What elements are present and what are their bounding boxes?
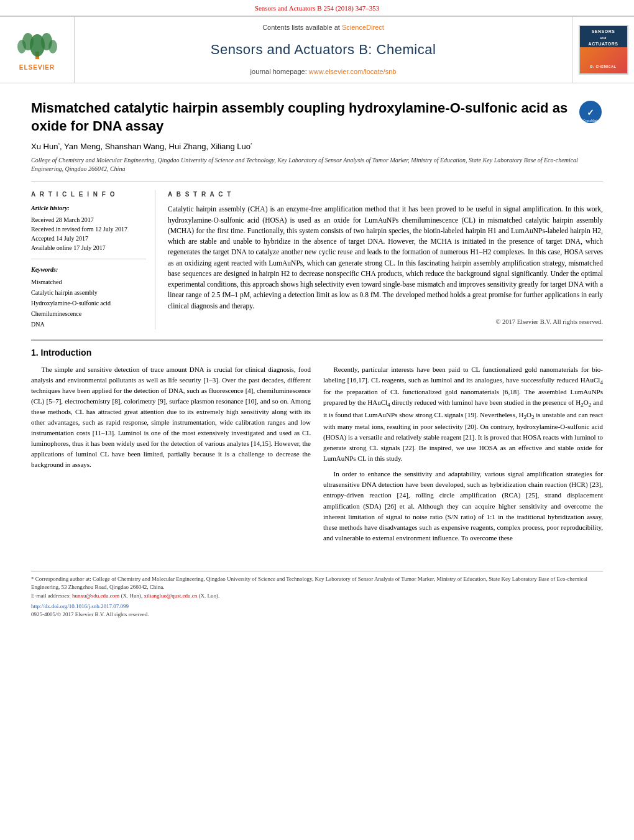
author-hui-zhang: Hui Zhang xyxy=(169,142,206,151)
svg-point-5 xyxy=(48,40,57,53)
footnote-section: * Corresponding author at: College of Ch… xyxy=(31,571,603,619)
email-luo[interactable]: xiliangluo@qust.edu.cn xyxy=(144,593,198,599)
divider-1 xyxy=(31,259,146,259)
citation-text: Sensors and Actuators B 254 (2018) 347–3… xyxy=(255,4,379,12)
article-info-abstract: A R T I C L E I N F O Article history: R… xyxy=(31,190,603,330)
email-luo-name: (X. Luo). xyxy=(199,593,220,599)
sensors-logo-box: SENSORSandACTUATORS B: CHEMICAL xyxy=(579,25,628,75)
issn-line: 0925-4005/© 2017 Elsevier B.V. All right… xyxy=(31,611,603,619)
journal-center: Contents lists available at ScienceDirec… xyxy=(75,17,572,83)
article-history-label: Article history: xyxy=(31,204,146,213)
introduction-section: 1. Introduction The simple and sensitive… xyxy=(31,347,603,548)
received-date: Received 28 March 2017 xyxy=(31,215,146,224)
sciencedirect-link[interactable]: ScienceDirect xyxy=(342,24,384,31)
svg-text:✓: ✓ xyxy=(587,108,594,118)
email-label: E-mail addresses: xyxy=(31,593,72,599)
intro-para-left: The simple and sensitive detection of tr… xyxy=(31,364,311,470)
keywords-label: Keywords: xyxy=(31,265,146,274)
sensors-logo-inner: SENSORSandACTUATORS B: CHEMICAL xyxy=(580,26,627,73)
keyword-hosa: Hydroxylamine-O-sulfonic acid xyxy=(31,298,146,308)
intro-right-col: Recently, particular interests have been… xyxy=(323,364,603,548)
author-xu-hun: Xu Hun xyxy=(31,142,58,151)
article-info-heading: A R T I C L E I N F O xyxy=(31,190,146,199)
doi-line[interactable]: http://dx.doi.org/10.1016/j.snb.2017.07.… xyxy=(31,602,603,611)
crossmark-logo[interactable]: ✓ CrossMark xyxy=(578,99,603,124)
footnote-corresponding: * Corresponding author at: College of Ch… xyxy=(31,575,603,592)
journal-header: ELSEVIER Contents lists available at Sci… xyxy=(0,16,634,83)
article-title-section: Mismatched catalytic hairpin assembly co… xyxy=(31,95,603,135)
article-body: Mismatched catalytic hairpin assembly co… xyxy=(0,83,634,562)
author-shanshan-wang: Shanshan Wang xyxy=(105,142,165,151)
author-xiliang-luo: Xiliang Luo xyxy=(211,142,250,151)
author-yan-meng: Yan Meng xyxy=(64,142,100,151)
page: Sensors and Actuators B 254 (2018) 347–3… xyxy=(0,0,634,840)
article-title: Mismatched catalytic hairpin assembly co… xyxy=(31,99,572,135)
email-hun[interactable]: hunxu@sdu.edu.com xyxy=(72,593,119,599)
abstract-text: Catalytic hairpin assembly (CHA) is an e… xyxy=(168,204,603,312)
email-hun-name: (X. Hun), xyxy=(121,593,144,599)
abstract-heading: A B S T R A C T xyxy=(168,190,603,199)
sensors-logo-block: SENSORSandACTUATORS B: CHEMICAL xyxy=(572,17,634,83)
received-revised-date: Received in revised form 12 July 2017 xyxy=(31,224,146,234)
citation-bar: Sensors and Actuators B 254 (2018) 347–3… xyxy=(0,0,634,16)
intro-body-cols: The simple and sensitive detection of tr… xyxy=(31,364,603,548)
elsevier-label: ELSEVIER xyxy=(19,63,55,72)
keyword-mismatched: Mismatched xyxy=(31,277,146,287)
doi-text: http://dx.doi.org/10.1016/j.snb.2017.07.… xyxy=(31,603,129,609)
copyright-line: © 2017 Elsevier B.V. All rights reserved… xyxy=(168,318,603,327)
abstract-col: A B S T R A C T Catalytic hairpin assemb… xyxy=(168,190,603,330)
contents-line: Contents lists available at ScienceDirec… xyxy=(262,23,384,32)
intro-para-right-1: Recently, particular interests have been… xyxy=(323,364,603,464)
sensors-text-top: SENSORSandACTUATORS xyxy=(580,29,627,47)
keyword-cha: Catalytic hairpin assembly xyxy=(31,287,146,298)
section-title: 1. Introduction xyxy=(31,347,603,359)
keyword-cl: Chemiluminescence xyxy=(31,308,146,319)
authors-line: Xu Hun*, Yan Meng, Shanshan Wang, Hui Zh… xyxy=(31,141,603,152)
affiliation: College of Chemistry and Molecular Engin… xyxy=(31,156,603,182)
footnote-email: E-mail addresses: hunxu@sdu.edu.com (X. … xyxy=(31,592,603,601)
available-date: Available online 17 July 2017 xyxy=(31,243,146,252)
accepted-date: Accepted 14 July 2017 xyxy=(31,234,146,243)
homepage-line: journal homepage: www.elsevier.com/locat… xyxy=(250,67,397,76)
elsevier-tree-icon xyxy=(9,28,65,62)
section-divider xyxy=(31,339,603,341)
svg-text:CrossMark: CrossMark xyxy=(583,119,599,122)
homepage-link[interactable]: www.elsevier.com/locate/snb xyxy=(309,68,397,75)
sensors-text-bottom: B: CHEMICAL xyxy=(580,65,627,70)
journal-title: Sensors and Actuators B: Chemical xyxy=(211,40,436,60)
intro-left-col: The simple and sensitive detection of tr… xyxy=(31,364,311,548)
article-info-col: A R T I C L E I N F O Article history: R… xyxy=(31,190,155,330)
svg-point-4 xyxy=(17,40,26,53)
crossmark-icon: ✓ CrossMark xyxy=(578,99,603,124)
elsevier-logo-block: ELSEVIER xyxy=(0,17,75,83)
keyword-dna: DNA xyxy=(31,319,146,330)
intro-para-right-2: In order to enhance the sensitivity and … xyxy=(323,469,603,543)
